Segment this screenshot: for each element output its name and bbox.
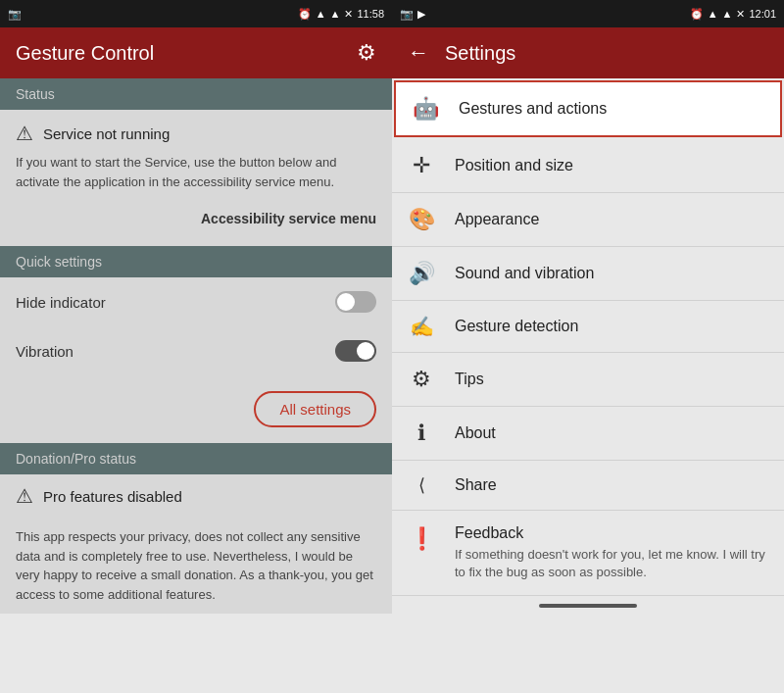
time-left: 11:58 — [357, 8, 384, 20]
menu-item-position[interactable]: ✛ Position and size — [392, 139, 784, 193]
vibration-toggle[interactable] — [335, 340, 376, 362]
status-description: If you want to start the Service, use th… — [16, 153, 376, 191]
donation-description: This app respects your privacy, does not… — [0, 518, 392, 614]
vibration-row: Vibration — [0, 326, 392, 375]
status-bar-left: 📷 ⏰ ▲ ▲ ✕ 11:58 — [0, 0, 392, 27]
menu-item-tips[interactable]: ⚙ Tips — [392, 353, 784, 407]
wifi-icon-right: ▲ — [722, 8, 733, 20]
left-panel: 📷 ⏰ ▲ ▲ ✕ 11:58 Gesture Control ⚙ Status… — [0, 0, 392, 693]
status-item: ⚠ Service not running — [16, 122, 376, 145]
pro-status-item: ⚠ Pro features disabled — [0, 474, 392, 518]
share-label: Share — [455, 476, 497, 494]
no-signal-icon-right: ✕ — [736, 8, 745, 21]
left-content: Status ⚠ Service not running If you want… — [0, 78, 392, 693]
app-title: Gesture Control — [16, 42, 154, 65]
service-status-text: Service not running — [43, 125, 170, 142]
donation-header: Donation/Pro status — [0, 443, 392, 474]
position-icon: ✛ — [408, 153, 435, 178]
appearance-label: Appearance — [455, 211, 539, 228]
share-icon: ⟨ — [408, 474, 435, 496]
status-header: Status — [0, 78, 392, 110]
gear-icon[interactable]: ⚙ — [357, 40, 376, 66]
settings-title: Settings — [445, 42, 515, 65]
time-right: 12:01 — [749, 8, 776, 20]
alarm-icon-right: ⏰ — [690, 8, 704, 21]
exclamation-icon: ⚠ — [16, 122, 33, 145]
status-bar-right-left: 📷 ▶ — [400, 8, 425, 21]
gestures-label: Gestures and actions — [459, 100, 607, 118]
all-settings-container: All settings — [0, 375, 392, 443]
right-content: 🤖 Gestures and actions ✛ Position and si… — [392, 78, 784, 693]
tips-icon: ⚙ — [408, 367, 435, 392]
palette-icon: 🎨 — [408, 207, 435, 232]
feedback-description: If something doesn't work for you, let m… — [455, 546, 768, 581]
gesture-icon: ✍ — [408, 315, 435, 338]
camera-icon: 📷 — [8, 8, 22, 21]
scroll-indicator — [539, 604, 637, 608]
status-bar-left-icons: 📷 — [8, 8, 22, 21]
signal-icon-right: ▲ — [708, 8, 718, 20]
detection-label: Gesture detection — [455, 318, 578, 335]
no-signal-icon: ✕ — [344, 8, 353, 21]
menu-item-feedback[interactable]: ❗ Feedback If something doesn't work for… — [392, 511, 784, 596]
hide-indicator-toggle[interactable] — [335, 291, 376, 313]
quick-settings-header: Quick settings — [0, 246, 392, 277]
menu-item-share[interactable]: ⟨ Share — [392, 461, 784, 511]
menu-item-gestures[interactable]: 🤖 Gestures and actions — [394, 80, 782, 137]
right-panel: 📷 ▶ ⏰ ▲ ▲ ✕ 12:01 ← Settings 🤖 Gestures … — [392, 0, 784, 693]
status-bar-left-right: ⏰ ▲ ▲ ✕ 11:58 — [298, 8, 384, 21]
all-settings-button[interactable]: All settings — [254, 391, 376, 427]
about-label: About — [455, 424, 496, 442]
menu-item-sound[interactable]: 🔊 Sound and vibration — [392, 247, 784, 301]
android-icon: 🤖 — [412, 96, 439, 122]
play-icon: ▶ — [417, 8, 425, 21]
app-bar-right: ← Settings — [392, 27, 784, 78]
pro-exclamation-icon: ⚠ — [16, 484, 33, 508]
vibration-label: Vibration — [16, 343, 74, 360]
sound-label: Sound and vibration — [455, 265, 594, 282]
accessibility-service-button[interactable]: Accessibility service menu — [16, 203, 376, 234]
quick-settings-section: Hide indicator Vibration All settings — [0, 277, 392, 443]
menu-item-about[interactable]: ℹ About — [392, 407, 784, 461]
hide-indicator-label: Hide indicator — [16, 294, 106, 311]
alarm-icon: ⏰ — [298, 8, 312, 21]
pro-status-text: Pro features disabled — [43, 488, 182, 505]
info-icon: ℹ — [408, 421, 435, 446]
feedback-content: Feedback If something doesn't work for y… — [455, 524, 768, 581]
status-section: ⚠ Service not running If you want to sta… — [0, 110, 392, 246]
camera-icon-right: 📷 — [400, 8, 414, 21]
donation-section: ⚠ Pro features disabled This app respect… — [0, 474, 392, 614]
status-bar-right: 📷 ▶ ⏰ ▲ ▲ ✕ 12:01 — [392, 0, 784, 27]
position-label: Position and size — [455, 157, 573, 174]
status-bar-right-right: ⏰ ▲ ▲ ✕ 12:01 — [690, 8, 776, 21]
back-button[interactable]: ← — [408, 40, 429, 66]
signal-icon: ▲ — [316, 8, 326, 20]
feedback-label: Feedback — [455, 524, 768, 542]
feedback-icon: ❗ — [408, 526, 435, 552]
app-bar-left: Gesture Control ⚙ — [0, 27, 392, 78]
hide-indicator-row: Hide indicator — [0, 277, 392, 326]
wifi-icon: ▲ — [330, 8, 341, 20]
sound-icon: 🔊 — [408, 261, 435, 286]
menu-item-detection[interactable]: ✍ Gesture detection — [392, 301, 784, 353]
tips-label: Tips — [455, 371, 484, 388]
menu-item-appearance[interactable]: 🎨 Appearance — [392, 193, 784, 247]
